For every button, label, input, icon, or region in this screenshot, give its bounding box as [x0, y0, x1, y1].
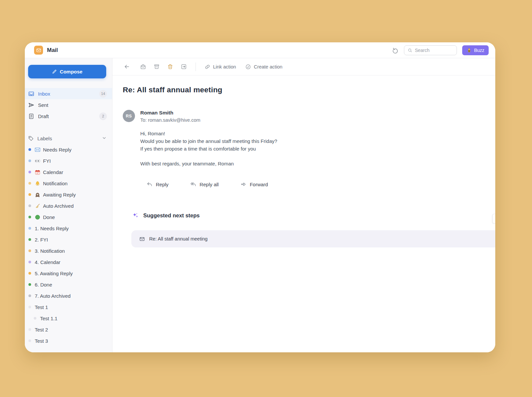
labels-header[interactable]: Labels — [25, 133, 112, 144]
forward-label: Forward — [250, 182, 268, 187]
toolbar-divider — [196, 63, 196, 71]
draft-label: Draft — [38, 113, 49, 119]
compose-button[interactable]: Compose — [28, 65, 106, 78]
label-item-test-3[interactable]: Test 3 — [25, 335, 112, 346]
label-item-5-awaiting-reply[interactable]: 5. Awaiting Reply — [25, 268, 112, 279]
inbox-count-badge: 14 — [99, 90, 107, 98]
forward-button[interactable]: Forward — [241, 181, 268, 187]
label-dot — [28, 328, 31, 331]
search-box[interactable] — [404, 45, 457, 55]
label-item-1-needs-reply[interactable]: 1. Needs Reply — [25, 223, 112, 234]
pencil-icon — [52, 69, 57, 74]
label-text: 4. Calendar — [35, 259, 61, 265]
label-dot — [28, 204, 31, 207]
calendar-icon: 17 — [35, 170, 40, 175]
link-icon — [204, 64, 210, 70]
link-action-label: Link action — [213, 64, 236, 69]
label-item-calendar[interactable]: 17 Calendar — [25, 166, 112, 178]
label-item-awaiting-reply[interactable]: Awaiting Reply — [25, 189, 112, 200]
green-circle-icon — [35, 215, 40, 220]
label-dot — [28, 216, 31, 218]
label-item-notification[interactable]: Notification — [25, 178, 112, 189]
history-icon[interactable] — [392, 47, 399, 54]
reply-all-button[interactable]: Reply all — [190, 181, 219, 187]
label-item-test-1-1[interactable]: Test 1.1 — [25, 313, 112, 324]
label-dot — [28, 294, 31, 297]
reply-icon — [147, 181, 153, 187]
app-title: Mail — [47, 47, 58, 54]
create-action-label: Create action — [254, 64, 282, 69]
sidebar-item-inbox[interactable]: Inbox 14 — [25, 88, 112, 99]
label-item-7-auto-archived[interactable]: 7. Auto Archived — [25, 290, 112, 301]
labels-header-label: Labels — [37, 136, 52, 141]
compose-label: Compose — [60, 69, 82, 74]
search-input[interactable] — [415, 48, 453, 53]
label-item-6-done[interactable]: 6. Done — [25, 279, 112, 290]
label-text: Done — [43, 214, 55, 220]
label-dot — [28, 148, 31, 151]
sparkles-icon — [132, 212, 139, 219]
buzz-button[interactable]: Buzz — [462, 45, 489, 55]
clock-icon — [35, 192, 40, 197]
envelope-icon — [35, 147, 40, 152]
label-item-test-2[interactable]: Test 2 — [25, 324, 112, 335]
label-dot — [28, 249, 31, 252]
move-to-icon[interactable] — [181, 64, 187, 70]
body-line: Would you be able to join the annual sta… — [140, 137, 495, 145]
suggested-step-item[interactable]: Re: All staff annual meeting — [131, 230, 495, 247]
suggested-next-steps-header: Suggested next steps — [132, 212, 495, 219]
app-header: Mail Buzz — [25, 42, 495, 58]
label-text: 2. FYI — [35, 237, 48, 243]
label-dot — [34, 317, 36, 320]
bee-icon — [466, 48, 472, 53]
label-dot — [28, 238, 31, 241]
suggested-item-label: Re: All staff annual meeting — [149, 236, 207, 242]
mail-logo-icon — [34, 46, 43, 55]
check-circle-icon — [245, 64, 251, 70]
inbox-label: Inbox — [38, 91, 50, 97]
trash-icon[interactable] — [167, 64, 173, 70]
sidebar-item-sent[interactable]: Sent — [25, 99, 112, 110]
envelope-icon — [139, 236, 145, 242]
reply-button[interactable]: Reply — [147, 181, 168, 187]
mail-actions: Reply Reply all Forward — [147, 181, 495, 187]
label-dot — [28, 306, 31, 308]
sent-icon — [28, 102, 34, 108]
archive-icon[interactable] — [154, 64, 160, 70]
label-item-fyi[interactable]: FYI — [25, 155, 112, 166]
label-list: Needs Reply FYI 17 Calendar Notification — [25, 144, 112, 346]
sent-label: Sent — [38, 102, 48, 108]
draft-count-badge: 2 — [99, 112, 107, 120]
label-text: 6. Done — [35, 282, 52, 287]
body-line: Hi, Roman! — [140, 130, 495, 137]
sidebar-item-draft[interactable]: Draft 2 — [25, 110, 112, 122]
mail-app-window: Mail Buzz Compose — [25, 42, 495, 352]
label-text: Test 3 — [35, 338, 48, 344]
link-action-button[interactable]: Link action — [204, 64, 236, 70]
back-icon[interactable] — [124, 64, 130, 70]
create-action-button[interactable]: Create action — [245, 64, 282, 70]
label-item-test-1[interactable]: Test 1 — [25, 301, 112, 313]
label-item-done[interactable]: Done — [25, 211, 112, 223]
label-dot — [28, 283, 31, 286]
label-item-2-fyi[interactable]: 2. FYI — [25, 234, 112, 245]
forward-icon — [241, 181, 246, 187]
reply-all-label: Reply all — [200, 182, 219, 187]
broom-icon — [35, 203, 40, 208]
label-item-auto-archived[interactable]: Auto Archived — [25, 200, 112, 211]
label-text: 7. Auto Archived — [35, 293, 70, 299]
label-item-4-calendar[interactable]: 4. Calendar — [25, 256, 112, 268]
buzz-label: Buzz — [474, 48, 484, 53]
label-item-needs-reply[interactable]: Needs Reply — [25, 144, 112, 155]
panel-handle[interactable] — [492, 214, 495, 224]
mark-read-icon[interactable] — [140, 64, 146, 70]
label-dot — [28, 227, 31, 230]
label-dot — [28, 261, 31, 263]
label-text: Test 1.1 — [40, 316, 58, 321]
label-dot — [28, 159, 31, 162]
label-dot — [28, 339, 31, 342]
email-toolbar: Link action Create action — [112, 58, 495, 75]
label-item-3-notification[interactable]: 3. Notification — [25, 245, 112, 256]
label-text: Calendar — [43, 169, 63, 175]
label-text: Test 2 — [35, 327, 48, 332]
